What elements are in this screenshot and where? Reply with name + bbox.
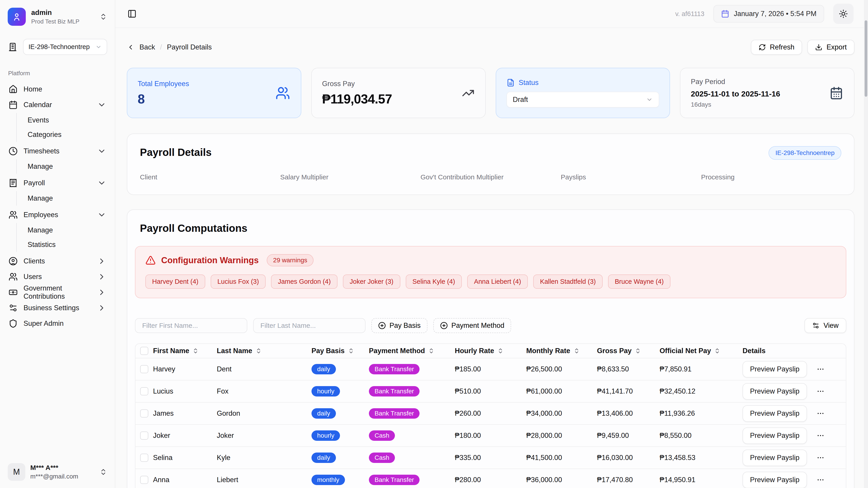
sidebar-subitem-employees-statistics[interactable]: Statistics [24, 237, 110, 252]
table-header-row: First NameLast NamePay BasisPayment Meth… [135, 344, 846, 358]
column-header-monthly-rate[interactable]: Monthly Rate [526, 347, 597, 355]
sidebar-item-timesheets[interactable]: Timesheets [5, 143, 110, 159]
warning-chip-selina-kyle-4[interactable]: Selina Kyle (4) [406, 274, 462, 289]
pay-basis-cell: hourly [311, 386, 369, 396]
sidebar-subitem-calendar-events[interactable]: Events [24, 113, 110, 127]
refresh-button[interactable]: Refresh [751, 40, 802, 55]
row-checkbox[interactable] [140, 387, 148, 395]
row-checkbox[interactable] [140, 410, 148, 418]
filter-last-name-input[interactable] [253, 318, 366, 333]
datetime-label: January 7, 2026 • 5:54 PM [734, 10, 816, 18]
details-cell: Preview Payslip [743, 472, 846, 488]
payment-method-filter-button[interactable]: Payment Method [433, 318, 511, 333]
column-header-label: Payment Method [369, 347, 425, 355]
account-switcher[interactable]: admin Prod Test Biz MLP [5, 6, 110, 28]
status-select[interactable]: Draft [506, 92, 659, 107]
row-checkbox[interactable] [140, 365, 148, 373]
hourly-rate-cell: ₱280.00 [455, 476, 526, 484]
row-menu-button[interactable] [816, 454, 825, 462]
sidebar-subitem-employees-manage[interactable]: Manage [24, 223, 110, 237]
table-row: LuciusFoxhourlyBank Transfer₱510.00₱61,0… [135, 381, 846, 402]
payment-method-badge: Bank Transfer [369, 386, 420, 396]
column-header-first-name[interactable]: First Name [153, 347, 217, 355]
select-all-checkbox[interactable] [140, 347, 148, 355]
payment-method-cell: Bank Transfer [369, 364, 455, 375]
preview-payslip-button[interactable]: Preview Payslip [743, 472, 807, 488]
sidebar-subitem-calendar-categories[interactable]: Categories [24, 127, 110, 142]
warning-chip-kallen-stadtfeld-3[interactable]: Kallen Stadtfeld (3) [533, 274, 602, 289]
breadcrumb-back[interactable]: Back [140, 43, 155, 51]
row-checkbox[interactable] [140, 476, 148, 484]
company-select[interactable]: IE-298-Technoentrep [23, 39, 107, 55]
sidebar-item-government-contributions[interactable]: Government Contributions [5, 285, 110, 300]
preview-payslip-button[interactable]: Preview Payslip [743, 383, 807, 400]
row-checkbox[interactable] [140, 431, 148, 440]
sidebar-item-employees[interactable]: Employees [5, 207, 110, 223]
column-header-pay-basis[interactable]: Pay Basis [311, 347, 369, 355]
filter-first-name-input[interactable] [135, 318, 247, 333]
sidebar-item-calendar[interactable]: Calendar [5, 97, 110, 112]
row-menu-button[interactable] [816, 476, 825, 484]
view-button[interactable]: View [804, 318, 846, 333]
column-header-payment-method[interactable]: Payment Method [369, 347, 455, 355]
column-header-label: Details [743, 347, 766, 355]
sidebar-item-super-admin[interactable]: Super Admin [5, 316, 110, 331]
sidebar-item-payroll[interactable]: Payroll [5, 175, 110, 191]
calendar-days-icon [830, 86, 843, 100]
preview-payslip-button[interactable]: Preview Payslip [743, 450, 807, 466]
chevron-left-icon[interactable] [127, 43, 134, 51]
warning-chip-anna-liebert-4[interactable]: Anna Liebert (4) [467, 274, 528, 289]
chevron-down-icon [95, 44, 102, 50]
first-name-cell: James [153, 410, 217, 418]
sidebar-item-home[interactable]: Home [5, 81, 110, 97]
detail-label: Client [140, 173, 280, 181]
row-menu-button[interactable] [816, 387, 825, 395]
warnings-title: Configuration Warnings [161, 256, 258, 265]
warning-chip-harvey-dent-4[interactable]: Harvey Dent (4) [145, 274, 205, 289]
payment-method-filter-label: Payment Method [452, 322, 504, 330]
sidebar-subitem-timesheets-manage[interactable]: Manage [24, 159, 110, 174]
theme-toggle-button[interactable] [833, 4, 854, 24]
total-employees-card[interactable]: Total Employees 8 [127, 68, 301, 118]
last-name-cell: Joker [217, 431, 311, 440]
preview-payslip-button[interactable]: Preview Payslip [743, 361, 807, 378]
pay-basis-filter-button[interactable]: Pay Basis [371, 318, 428, 333]
export-button[interactable]: Export [807, 40, 855, 55]
column-header-gross-pay[interactable]: Gross Pay [597, 347, 659, 355]
row-menu-button[interactable] [816, 365, 825, 373]
gross-pay-cell: ₱8,633.50 [597, 365, 659, 373]
warning-chip-bruce-wayne-4[interactable]: Bruce Wayne (4) [608, 274, 671, 289]
preview-payslip-button[interactable]: Preview Payslip [743, 427, 807, 444]
row-checkbox[interactable] [140, 454, 148, 462]
scrollbar-thumb[interactable] [865, 20, 867, 97]
sidebar-subitem-payroll-manage[interactable]: Manage [24, 191, 110, 205]
sidebar-item-users[interactable]: Users [5, 269, 110, 285]
user-menu[interactable]: M M*** A*** m***@gmail.com [5, 461, 110, 483]
pay-basis-cell: daily [311, 364, 369, 375]
column-header-last-name[interactable]: Last Name [217, 347, 311, 355]
warning-chip-james-gordon-4[interactable]: James Gordon (4) [271, 274, 338, 289]
scrollbar[interactable] [864, 0, 868, 488]
pay-basis-badge: hourly [311, 430, 340, 441]
sidebar-toggle-button[interactable] [126, 7, 138, 20]
ellipsis-icon [816, 410, 825, 418]
sidebar-item-business-settings[interactable]: Business Settings [5, 300, 110, 316]
first-name-cell: Harvey [153, 365, 217, 373]
file-icon [506, 78, 515, 87]
pay-basis-badge: daily [311, 408, 336, 419]
first-name-cell: Lucius [153, 387, 217, 395]
row-menu-button[interactable] [816, 431, 825, 440]
column-header-hourly-rate[interactable]: Hourly Rate [455, 347, 526, 355]
column-header-official-net-pay[interactable]: Official Net Pay [659, 347, 743, 355]
preview-payslip-button[interactable]: Preview Payslip [743, 405, 807, 422]
warning-chip-joker-joker-3[interactable]: Joker Joker (3) [343, 274, 400, 289]
row-menu-button[interactable] [816, 410, 825, 418]
sort-icon [574, 348, 580, 354]
warning-chip-lucius-fox-3[interactable]: Lucius Fox (3) [211, 274, 266, 289]
payment-method-badge: Bank Transfer [369, 408, 420, 419]
first-name-cell: Selina [153, 454, 217, 462]
account-meta: admin Prod Test Biz MLP [31, 8, 94, 25]
users-icon [276, 86, 290, 100]
datetime-button[interactable]: January 7, 2026 • 5:54 PM [713, 5, 824, 23]
sidebar-item-clients[interactable]: Clients [5, 253, 110, 269]
